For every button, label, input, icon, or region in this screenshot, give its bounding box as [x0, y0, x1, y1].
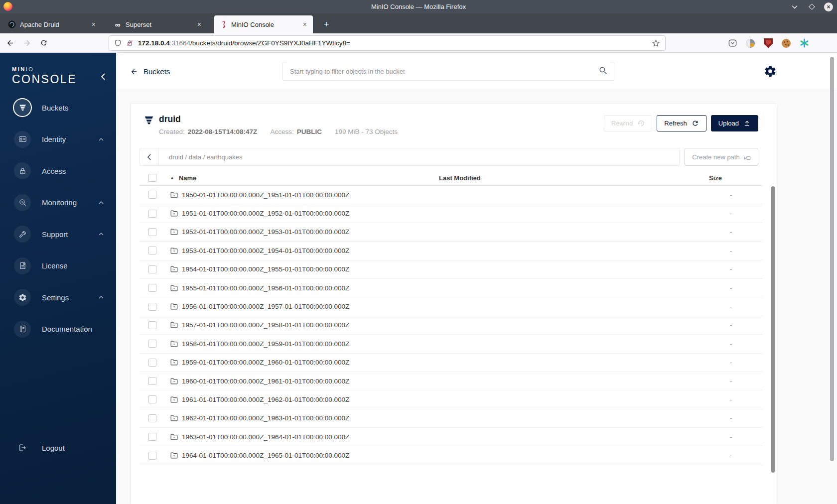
upload-button[interactable]: Upload: [711, 115, 758, 131]
table-header: ▲ Name Last Modified Size: [140, 170, 763, 186]
chevron-up-icon[interactable]: [98, 137, 104, 142]
object-name[interactable]: 1955-01-01T00:00:00.000Z_1956-01-01T00:0…: [182, 284, 349, 292]
window-close-icon[interactable]: ×: [824, 2, 833, 11]
table-row[interactable]: 1959-01-01T00:00:00.000Z_1960-01-01T00:0…: [140, 354, 763, 372]
object-name[interactable]: 1952-01-01T00:00:00.000Z_1953-01-01T00:0…: [182, 228, 349, 236]
object-name[interactable]: 1958-01-01T00:00:00.000Z_1959-01-01T00:0…: [182, 340, 349, 348]
table-row[interactable]: 1952-01-01T00:00:00.000Z_1953-01-01T00:0…: [140, 223, 763, 242]
table-row[interactable]: 1957-01-01T00:00:00.000Z_1958-01-01T00:0…: [140, 316, 763, 335]
table-row[interactable]: 1964-01-01T00:00:00.000Z_1965-01-01T00:0…: [140, 446, 763, 465]
object-name[interactable]: 1956-01-01T00:00:00.000Z_1957-01-01T00:0…: [182, 303, 349, 310]
menu-icon[interactable]: [817, 38, 826, 48]
back-icon[interactable]: [3, 36, 17, 50]
row-checkbox[interactable]: [148, 303, 156, 311]
create-new-path-button[interactable]: Create new path: [685, 148, 758, 166]
tab-superset[interactable]: ∞ Superset ×: [109, 15, 207, 33]
row-checkbox[interactable]: [148, 321, 156, 329]
filter-objects-input[interactable]: [282, 62, 614, 81]
column-header-last-modified[interactable]: Last Modified: [439, 174, 709, 182]
object-name[interactable]: 1950-01-01T00:00:00.000Z_1951-01-01T00:0…: [182, 191, 349, 199]
lock-insecure-icon[interactable]: [126, 39, 134, 47]
column-header-size[interactable]: Size: [709, 174, 763, 182]
row-checkbox[interactable]: [148, 414, 156, 422]
forward-icon[interactable]: [20, 36, 34, 50]
table-row[interactable]: 1960-01-01T00:00:00.000Z_1961-01-01T00:0…: [140, 372, 763, 390]
tab-close-icon[interactable]: ×: [195, 20, 203, 28]
row-checkbox[interactable]: [148, 433, 156, 441]
breadcrumb-path[interactable]: druid / data / earthquakes: [158, 148, 242, 165]
back-to-buckets[interactable]: Buckets: [130, 53, 170, 90]
new-tab-icon[interactable]: +: [320, 18, 333, 31]
table-row[interactable]: 1955-01-01T00:00:00.000Z_1956-01-01T00:0…: [140, 279, 763, 297]
select-all-checkbox[interactable]: [148, 174, 156, 182]
tab-close-icon[interactable]: ×: [90, 20, 98, 28]
object-size: -: [709, 321, 763, 329]
object-name[interactable]: 1962-01-01T00:00:00.000Z_1963-01-01T00:0…: [182, 414, 349, 422]
pocket-icon[interactable]: [727, 38, 737, 48]
shield-icon[interactable]: [114, 39, 122, 47]
row-checkbox[interactable]: [148, 284, 156, 292]
table-row[interactable]: 1950-01-01T00:00:00.000Z_1951-01-01T00:0…: [140, 186, 763, 204]
table-row[interactable]: 1951-01-01T00:00:00.000Z_1952-01-01T00:0…: [140, 204, 763, 223]
cookie-extension-icon[interactable]: [781, 38, 791, 48]
row-checkbox[interactable]: [148, 228, 156, 236]
object-name[interactable]: 1963-01-01T00:00:00.000Z_1964-01-01T00:0…: [182, 433, 349, 441]
table-row[interactable]: 1961-01-01T00:00:00.000Z_1962-01-01T00:0…: [140, 390, 763, 409]
asterisk-extension-icon[interactable]: [799, 38, 809, 48]
sidebar-item-monitoring[interactable]: Monitoring: [14, 194, 116, 211]
settings-gear-icon[interactable]: [764, 65, 777, 78]
row-checkbox[interactable]: [148, 340, 156, 348]
row-checkbox[interactable]: [148, 265, 156, 273]
object-name[interactable]: 1957-01-01T00:00:00.000Z_1958-01-01T00:0…: [182, 321, 349, 329]
table-row[interactable]: 1963-01-01T00:00:00.000Z_1964-01-01T00:0…: [140, 428, 763, 446]
sidebar-item-support[interactable]: Support: [14, 226, 116, 243]
sidebar-collapse-icon[interactable]: [98, 72, 108, 82]
reload-icon[interactable]: [37, 36, 51, 50]
privacy-extension-icon[interactable]: [745, 38, 755, 48]
rewind-button[interactable]: Rewind: [604, 115, 652, 131]
chevron-up-icon[interactable]: [98, 295, 104, 300]
row-checkbox[interactable]: [148, 247, 156, 254]
ublock-origin-icon[interactable]: [763, 38, 773, 48]
row-checkbox[interactable]: [148, 191, 156, 199]
tab-apache-druid[interactable]: Apache Druid ×: [3, 15, 102, 33]
row-checkbox[interactable]: [148, 210, 156, 218]
row-checkbox[interactable]: [148, 359, 156, 367]
logout-label: Logout: [42, 444, 65, 452]
sidebar-item-identity[interactable]: Identity: [14, 131, 116, 148]
table-scrollbar-thumb[interactable]: [771, 186, 775, 473]
sidebar-item-logout[interactable]: Logout: [14, 439, 65, 456]
refresh-button[interactable]: Refresh: [657, 115, 706, 131]
table-row[interactable]: 1958-01-01T00:00:00.000Z_1959-01-01T00:0…: [140, 335, 763, 353]
sidebar-item-license[interactable]: License: [14, 257, 116, 274]
object-name[interactable]: 1953-01-01T00:00:00.000Z_1954-01-01T00:0…: [182, 247, 349, 254]
tab-minio-console[interactable]: MinIO Console ×: [214, 15, 313, 33]
object-name[interactable]: 1960-01-01T00:00:00.000Z_1961-01-01T00:0…: [182, 378, 349, 385]
object-name[interactable]: 1959-01-01T00:00:00.000Z_1960-01-01T00:0…: [182, 359, 349, 366]
table-row[interactable]: 1954-01-01T00:00:00.000Z_1955-01-01T00:0…: [140, 260, 763, 279]
tab-close-icon[interactable]: ×: [301, 20, 309, 28]
window-minimize-icon[interactable]: [790, 2, 799, 11]
table-row[interactable]: 1953-01-01T00:00:00.000Z_1954-01-01T00:0…: [140, 242, 763, 260]
sidebar-item-buckets[interactable]: Buckets: [14, 99, 116, 116]
page-scrollbar-thumb[interactable]: [830, 57, 834, 461]
chevron-up-icon[interactable]: [98, 232, 104, 237]
window-maximize-icon[interactable]: [807, 2, 816, 11]
sidebar-item-documentation[interactable]: Documentation: [14, 321, 116, 338]
row-checkbox[interactable]: [148, 377, 156, 385]
table-row[interactable]: 1962-01-01T00:00:00.000Z_1963-01-01T00:0…: [140, 409, 763, 428]
chevron-up-icon[interactable]: [98, 200, 104, 205]
object-name[interactable]: 1954-01-01T00:00:00.000Z_1955-01-01T00:0…: [182, 265, 349, 273]
object-name[interactable]: 1951-01-01T00:00:00.000Z_1952-01-01T00:0…: [182, 210, 349, 217]
row-checkbox[interactable]: [148, 452, 156, 460]
sidebar-item-access[interactable]: Access: [14, 162, 116, 179]
bookmark-star-icon[interactable]: [652, 39, 660, 47]
object-name[interactable]: 1964-01-01T00:00:00.000Z_1965-01-01T00:0…: [182, 452, 349, 459]
table-row[interactable]: 1956-01-01T00:00:00.000Z_1957-01-01T00:0…: [140, 297, 763, 316]
sidebar-item-settings[interactable]: Settings: [14, 289, 116, 306]
breadcrumb-back-icon[interactable]: [140, 148, 158, 165]
object-name[interactable]: 1961-01-01T00:00:00.000Z_1962-01-01T00:0…: [182, 396, 349, 403]
column-header-name[interactable]: ▲ Name: [170, 174, 439, 182]
url-bar[interactable]: 172.18.0.4:31664/buckets/druid/browse/ZG…: [109, 35, 666, 51]
row-checkbox[interactable]: [148, 395, 156, 403]
